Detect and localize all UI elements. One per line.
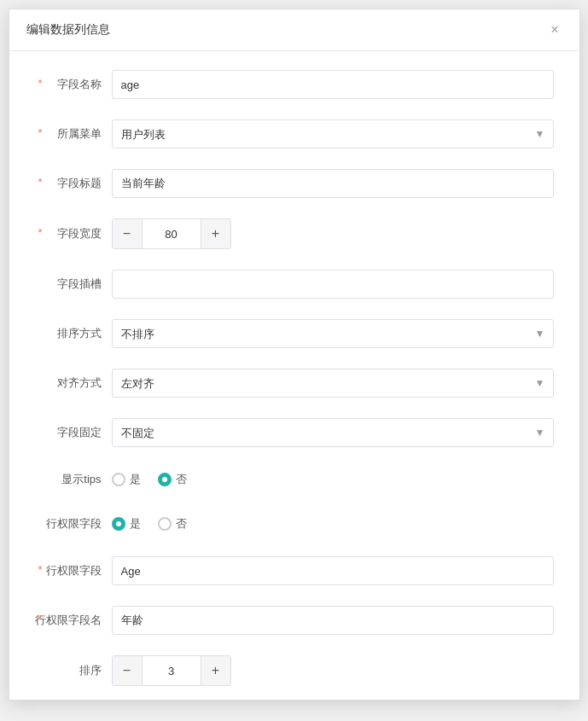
show-tips-no-label: 否 <box>176 472 187 487</box>
align-select-wrapper: 左对齐 居中对齐 右对齐 ▼ <box>112 369 554 398</box>
dialog-body: 字段名称 所属菜单 用户列表 ▼ 字段标题 字段宽度 − + <box>9 51 579 700</box>
edit-dialog: 编辑数据列信息 × 字段名称 所属菜单 用户列表 ▼ 字段标题 字段宽度 <box>9 9 580 701</box>
field-width-row: 字段宽度 − + <box>35 208 554 259</box>
sort-order-label: 排序 <box>35 663 112 678</box>
row-auth-yes-radio[interactable] <box>112 517 125 531</box>
field-width-stepper: − + <box>112 218 231 249</box>
auth-field-name-row: 行权限字段名 <box>35 596 554 645</box>
show-tips-yes-option[interactable]: 是 <box>112 472 141 487</box>
row-auth-no-option[interactable]: 否 <box>158 516 187 532</box>
sort-order-stepper: − + <box>112 655 231 686</box>
sort-row: 排序方式 不排序 升序 降序 ▼ <box>35 309 554 358</box>
align-label: 对齐方式 <box>35 375 112 391</box>
field-width-decrement-button[interactable]: − <box>113 219 142 248</box>
sort-order-decrement-button[interactable]: − <box>113 656 142 685</box>
menu-select[interactable]: 用户列表 <box>112 119 554 148</box>
auth-field-input[interactable] <box>112 556 554 585</box>
field-title-input[interactable] <box>112 169 554 198</box>
row-auth-label: 行权限字段 <box>35 516 112 532</box>
field-slot-input[interactable] <box>112 270 554 299</box>
auth-field-name-input[interactable] <box>112 606 554 635</box>
field-name-input[interactable] <box>112 70 554 99</box>
show-tips-yes-radio[interactable] <box>112 473 125 486</box>
row-auth-radio-group: 是 否 <box>112 516 187 532</box>
sort-label: 排序方式 <box>35 326 112 341</box>
field-width-input[interactable] <box>142 219 201 248</box>
field-title-label: 字段标题 <box>35 176 112 191</box>
dialog-footer: 确 定 取 消 <box>35 696 554 700</box>
show-tips-label: 显示tips <box>35 472 112 487</box>
dialog-title: 编辑数据列信息 <box>26 22 110 38</box>
show-tips-row: 显示tips 是 否 <box>35 457 554 502</box>
sort-order-increment-button[interactable]: + <box>201 656 230 685</box>
field-name-row: 字段名称 <box>35 60 554 109</box>
sort-order-input[interactable] <box>142 656 201 685</box>
show-tips-no-radio[interactable] <box>158 473 172 486</box>
auth-field-row: 行权限字段 <box>35 546 554 596</box>
row-auth-row: 行权限字段 是 否 <box>35 502 554 546</box>
field-width-label: 字段宽度 <box>35 226 112 241</box>
auth-field-name-label: 行权限字段名 <box>35 613 112 628</box>
field-name-label: 字段名称 <box>35 77 112 92</box>
dialog-header: 编辑数据列信息 × <box>9 9 579 51</box>
fixed-label: 字段固定 <box>35 425 112 440</box>
row-auth-no-radio[interactable] <box>158 517 172 531</box>
show-tips-radio-group: 是 否 <box>112 472 187 487</box>
menu-row: 所属菜单 用户列表 ▼ <box>35 109 554 159</box>
row-auth-yes-option[interactable]: 是 <box>112 516 141 532</box>
field-width-increment-button[interactable]: + <box>201 219 230 248</box>
show-tips-no-option[interactable]: 否 <box>158 472 187 487</box>
sort-select[interactable]: 不排序 升序 降序 <box>112 319 554 348</box>
fixed-row: 字段固定 不固定 左固定 右固定 ▼ <box>35 408 554 457</box>
row-auth-yes-label: 是 <box>130 516 141 532</box>
field-slot-label: 字段插槽 <box>35 276 112 292</box>
sort-order-row: 排序 − + <box>35 645 554 696</box>
fixed-select-wrapper: 不固定 左固定 右固定 ▼ <box>112 418 554 447</box>
show-tips-yes-label: 是 <box>130 472 141 487</box>
align-row: 对齐方式 左对齐 居中对齐 右对齐 ▼ <box>35 358 554 408</box>
row-auth-no-label: 否 <box>176 516 187 532</box>
sort-select-wrapper: 不排序 升序 降序 ▼ <box>112 319 554 348</box>
menu-label: 所属菜单 <box>35 126 112 142</box>
align-select[interactable]: 左对齐 居中对齐 右对齐 <box>112 369 554 398</box>
fixed-select[interactable]: 不固定 左固定 右固定 <box>112 418 554 447</box>
menu-select-wrapper: 用户列表 ▼ <box>112 119 554 148</box>
auth-field-label: 行权限字段 <box>35 563 112 579</box>
field-slot-row: 字段插槽 <box>35 259 554 309</box>
field-title-row: 字段标题 <box>35 159 554 208</box>
close-button[interactable]: × <box>547 21 562 38</box>
